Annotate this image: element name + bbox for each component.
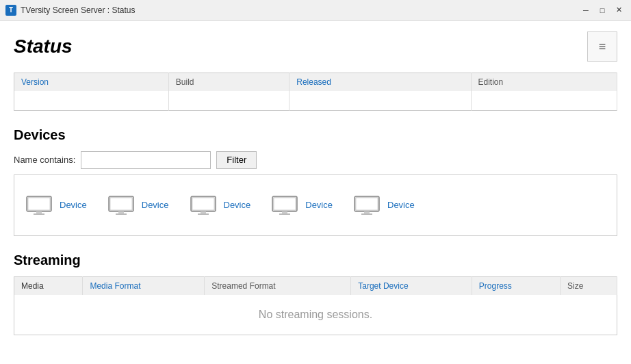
list-item[interactable]: Device	[107, 195, 169, 216]
window-controls: ─ □ ✕	[579, 3, 626, 17]
minimize-button[interactable]: ─	[579, 3, 593, 17]
device-name-1: Device	[60, 200, 87, 210]
build-header: Build	[168, 73, 289, 92]
page-title: Status	[14, 36, 73, 57]
no-sessions-text: No streaming sessions.	[14, 295, 617, 335]
svg-rect-1	[28, 198, 50, 210]
edition-header: Edition	[471, 73, 617, 92]
info-row	[14, 91, 617, 110]
version-cell	[14, 91, 169, 110]
devices-section-title: Devices	[14, 127, 617, 143]
device-name-4: Device	[305, 200, 333, 210]
list-item[interactable]: Device	[353, 195, 415, 216]
svg-rect-17	[356, 198, 378, 210]
svg-rect-15	[279, 213, 290, 215]
maximize-button[interactable]: □	[595, 3, 609, 17]
no-sessions-row: No streaming sessions.	[14, 295, 617, 335]
filter-button[interactable]: Filter	[216, 151, 257, 169]
device-icon	[271, 195, 301, 216]
filter-row: Name contains: Filter	[14, 151, 617, 169]
svg-rect-10	[201, 211, 206, 213]
media-header: Media	[14, 276, 83, 295]
device-icon	[190, 195, 220, 216]
svg-rect-9	[192, 198, 214, 210]
progress-header: Progress	[472, 276, 560, 295]
list-item[interactable]: Device	[271, 195, 333, 216]
media-format-header: Media Format	[83, 276, 205, 295]
svg-rect-11	[198, 213, 209, 215]
filter-label: Name contains:	[14, 155, 75, 165]
app-icon: T	[5, 5, 16, 16]
released-cell	[289, 91, 471, 110]
window-title: TVersity Screen Server : Status	[21, 5, 135, 15]
list-item[interactable]: Device	[190, 195, 251, 216]
device-icon	[353, 195, 383, 216]
target-device-header: Target Device	[351, 276, 472, 295]
menu-button[interactable]: ≡	[587, 31, 617, 62]
info-table: Version Build Released Edition	[14, 73, 617, 111]
svg-rect-7	[116, 213, 127, 215]
device-name-5: Device	[387, 200, 415, 210]
name-filter-input[interactable]	[81, 151, 211, 169]
device-name-2: Device	[142, 200, 169, 210]
scroll-content[interactable]: Status ≡ Version Build Released Edition	[0, 21, 631, 364]
devices-section: Devices Name contains: Filter	[14, 127, 617, 236]
svg-rect-14	[282, 211, 287, 213]
streamed-format-header: Streamed Format	[205, 276, 351, 295]
main-wrapper: Status ≡ Version Build Released Edition	[0, 21, 631, 364]
svg-rect-13	[274, 198, 296, 210]
released-header: Released	[289, 73, 471, 92]
status-header: Status ≡	[14, 31, 617, 62]
build-cell	[168, 91, 289, 110]
title-bar-left: T TVersity Screen Server : Status	[5, 5, 135, 16]
page-body: Status ≡ Version Build Released Edition	[0, 21, 631, 346]
device-icon	[25, 195, 55, 216]
device-icon	[107, 195, 138, 216]
svg-rect-3	[34, 213, 44, 215]
size-header: Size	[561, 276, 617, 295]
streaming-section-title: Streaming	[14, 252, 617, 268]
svg-rect-5	[110, 198, 132, 210]
svg-rect-2	[36, 211, 42, 213]
device-name-3: Device	[224, 200, 251, 210]
version-header: Version	[14, 73, 169, 92]
streaming-section: Streaming Media Media Format Streamed Fo…	[14, 252, 617, 335]
devices-box: Device Device	[14, 174, 617, 236]
title-bar: T TVersity Screen Server : Status ─ □ ✕	[0, 0, 631, 21]
edition-cell	[471, 91, 617, 110]
svg-rect-6	[118, 211, 124, 213]
streaming-table: Media Media Format Streamed Format Targe…	[14, 276, 617, 335]
list-item[interactable]: Device	[25, 195, 87, 216]
svg-rect-19	[361, 213, 372, 215]
close-button[interactable]: ✕	[612, 3, 626, 17]
svg-rect-18	[364, 211, 370, 213]
